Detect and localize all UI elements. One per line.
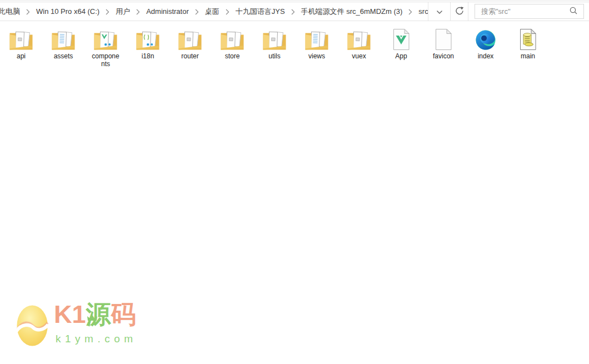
file-item-store[interactable]: store xyxy=(211,28,253,68)
address-dropdown-button[interactable] xyxy=(428,2,450,21)
file-item-App[interactable]: App xyxy=(380,28,422,68)
watermark-brand-text: K1源码 xyxy=(54,298,136,331)
search-icon xyxy=(570,7,577,17)
file-label: vuex xyxy=(352,52,366,60)
crown-icon xyxy=(87,297,98,329)
file-label: i18n xyxy=(142,52,154,60)
chevron-right-icon[interactable] xyxy=(223,9,232,15)
file-label: main xyxy=(521,52,535,60)
folder-plain-icon xyxy=(178,28,202,51)
file-label: utils xyxy=(268,52,280,60)
file-label: assets xyxy=(54,52,73,60)
folder-plain-icon xyxy=(347,28,371,51)
watermark: K1源码 k1ym.com xyxy=(14,301,170,359)
breadcrumb-item[interactable]: Administrator xyxy=(143,7,192,16)
file-label: components xyxy=(92,52,120,68)
file-item-views[interactable]: views xyxy=(296,28,338,68)
watermark-site-url: k1ym.com xyxy=(56,333,137,345)
folder-striped-icon xyxy=(51,28,76,51)
brand-k1: K1 xyxy=(54,300,86,328)
breadcrumb: 此电脑 Win 10 Pro x64 (C:) 用户 Administrator… xyxy=(0,2,428,21)
breadcrumb-item[interactable]: 此电脑 xyxy=(0,7,23,17)
chevron-right-icon[interactable] xyxy=(103,9,112,15)
folder-plain-icon xyxy=(9,28,33,51)
chevron-right-icon[interactable] xyxy=(23,9,33,15)
chevron-right-icon[interactable] xyxy=(192,9,202,15)
chevron-right-icon[interactable] xyxy=(133,9,143,15)
file-item-router[interactable]: router xyxy=(169,28,211,68)
file-item-components[interactable]: components xyxy=(84,28,127,68)
search-placeholder: 搜索"src" xyxy=(481,7,511,17)
blank-file-icon xyxy=(434,28,453,51)
file-item-assets[interactable]: assets xyxy=(42,28,84,68)
breadcrumb-item[interactable]: 十九国语言JYS xyxy=(232,7,288,17)
folder-vue-icon xyxy=(93,28,118,51)
edge-html-file-icon xyxy=(475,28,496,51)
breadcrumb-item[interactable]: 用户 xyxy=(112,7,133,17)
breadcrumb-item[interactable]: src xyxy=(415,7,428,16)
file-item-i18n[interactable]: i18n xyxy=(127,28,169,68)
window-top-edge xyxy=(0,0,589,1)
file-label: store xyxy=(225,52,240,60)
folder-plain-icon xyxy=(220,28,244,51)
watermark-egg-logo-icon xyxy=(14,302,51,352)
refresh-button[interactable] xyxy=(450,2,468,21)
file-item-utils[interactable]: utils xyxy=(253,28,296,68)
chevron-right-icon[interactable] xyxy=(406,9,415,15)
file-label: index xyxy=(478,52,494,60)
folder-code-icon xyxy=(136,28,160,51)
chevron-right-icon[interactable] xyxy=(288,9,298,15)
file-label: router xyxy=(181,52,198,60)
address-bar: 此电脑 Win 10 Pro x64 (C:) 用户 Administrator… xyxy=(0,2,589,21)
vue-file-icon xyxy=(392,28,411,51)
file-grid: api assets components xyxy=(0,28,549,68)
file-item-api[interactable]: api xyxy=(0,28,42,68)
script-file-icon xyxy=(518,28,537,51)
refresh-icon xyxy=(455,6,464,17)
brand-ma: 码 xyxy=(111,300,136,328)
search-input[interactable]: 搜索"src" xyxy=(475,4,584,19)
folder-striped-icon xyxy=(305,28,329,51)
breadcrumb-item[interactable]: Win 10 Pro x64 (C:) xyxy=(33,7,103,16)
file-item-index[interactable]: index xyxy=(465,28,507,68)
file-item-favicon[interactable]: favicon xyxy=(422,28,465,68)
file-item-vuex[interactable]: vuex xyxy=(338,28,380,68)
breadcrumb-item[interactable]: 桌面 xyxy=(202,7,223,17)
breadcrumb-item[interactable]: 手机端源文件 src_6mMDZm (3) xyxy=(298,7,406,17)
file-label: favicon xyxy=(433,52,454,60)
file-label: views xyxy=(308,52,325,60)
chevron-down-icon xyxy=(436,7,443,17)
file-label: api xyxy=(17,52,26,60)
folder-plain-icon xyxy=(262,28,287,51)
file-label: App xyxy=(395,52,407,60)
file-item-main[interactable]: main xyxy=(507,28,549,68)
